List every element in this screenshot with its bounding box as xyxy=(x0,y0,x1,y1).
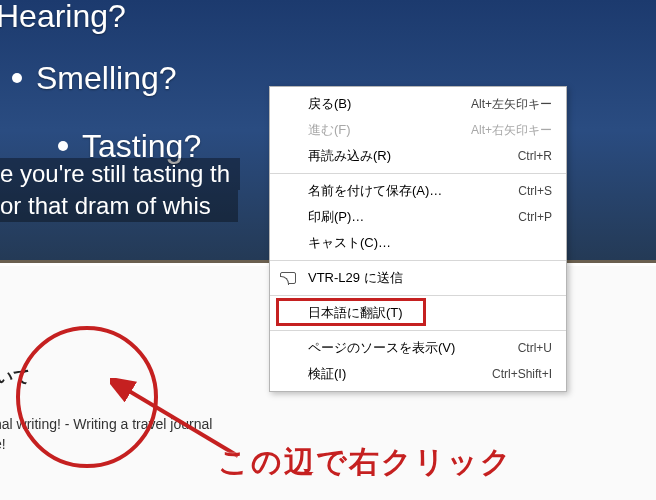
ctx-item-view-source[interactable]: ページのソースを表示(V) Ctrl+U xyxy=(270,335,566,361)
ctx-item-back[interactable]: 戻る(B) Alt+左矢印キー xyxy=(270,91,566,117)
cast-icon xyxy=(280,272,296,284)
menu-separator xyxy=(270,260,566,261)
ctx-item-send-to-device[interactable]: VTR-L29 に送信 xyxy=(270,265,566,291)
ctx-label: 戻る(B) xyxy=(308,95,351,113)
slide-text-hearing: Hearing? xyxy=(0,0,126,35)
ctx-item-reload[interactable]: 再読み込み(R) Ctrl+R xyxy=(270,143,566,169)
ctx-label: 名前を付けて保存(A)… xyxy=(308,182,442,200)
ctx-shortcut: Alt+左矢印キー xyxy=(471,96,552,113)
selected-text-line-2: or that dram of whis xyxy=(0,190,238,222)
ctx-item-inspect[interactable]: 検証(I) Ctrl+Shift+I xyxy=(270,361,566,387)
ctx-label: 再読み込み(R) xyxy=(308,147,391,165)
ctx-shortcut: Alt+右矢印キー xyxy=(471,122,552,139)
menu-separator xyxy=(270,173,566,174)
ctx-shortcut: Ctrl+Shift+I xyxy=(492,367,552,381)
selected-text-line-1: e you're still tasting th xyxy=(0,158,240,190)
menu-separator xyxy=(270,330,566,331)
ctx-label: 検証(I) xyxy=(308,365,346,383)
body-text-tail: e! xyxy=(0,436,6,452)
ctx-label: 進む(F) xyxy=(308,121,351,139)
ctx-item-forward: 進む(F) Alt+右矢印キー xyxy=(270,117,566,143)
ctx-shortcut: Ctrl+U xyxy=(518,341,552,355)
ctx-shortcut: Ctrl+S xyxy=(518,184,552,198)
slide-text-smelling: Smelling? xyxy=(36,60,177,96)
ctx-label: VTR-L29 に送信 xyxy=(308,269,403,287)
slide-bullet-smelling: Smelling? xyxy=(12,60,177,97)
ctx-item-print[interactable]: 印刷(P)… Ctrl+P xyxy=(270,204,566,230)
ctx-item-translate[interactable]: 日本語に翻訳(T) xyxy=(270,300,566,326)
bullet-dot-icon xyxy=(58,141,68,151)
ctx-item-cast[interactable]: キャスト(C)… xyxy=(270,230,566,256)
ctx-shortcut: Ctrl+P xyxy=(518,210,552,224)
ctx-label: 日本語に翻訳(T) xyxy=(308,304,403,322)
ctx-label: キャスト(C)… xyxy=(308,234,391,252)
ctx-item-save-as[interactable]: 名前を付けて保存(A)… Ctrl+S xyxy=(270,178,566,204)
ctx-label: 印刷(P)… xyxy=(308,208,364,226)
menu-separator xyxy=(270,295,566,296)
browser-context-menu: 戻る(B) Alt+左矢印キー 進む(F) Alt+右矢印キー 再読み込み(R)… xyxy=(269,86,567,392)
ctx-shortcut: Ctrl+R xyxy=(518,149,552,163)
bullet-dot-icon xyxy=(12,73,22,83)
ctx-label: ページのソースを表示(V) xyxy=(308,339,455,357)
annotation-text: この辺で右クリック xyxy=(218,442,513,483)
